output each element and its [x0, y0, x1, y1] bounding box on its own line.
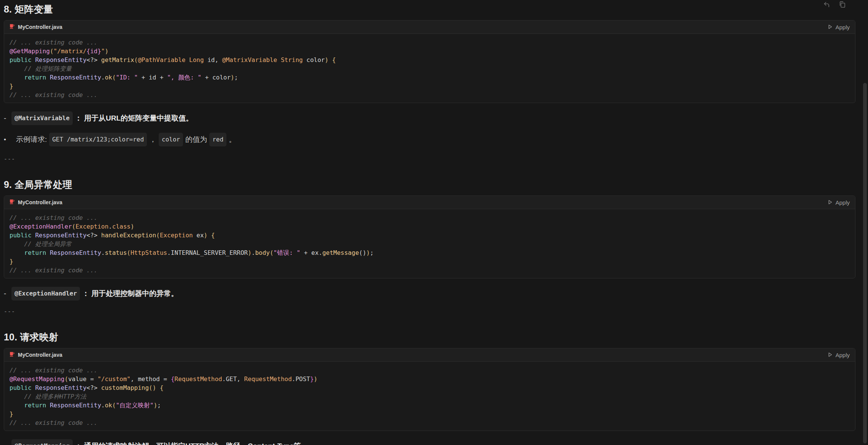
section-heading: 9. 全局异常处理 [4, 178, 860, 191]
play-outline-icon [828, 24, 833, 30]
code-line: // ... existing code ... [10, 213, 851, 222]
note-marker: • [4, 134, 6, 145]
code-block-header: MyController.javaApply [4, 196, 855, 209]
message-section: 10. 请求映射MyController.javaApply// ... exi… [4, 331, 860, 445]
inline-code: @MatrixVariable [11, 111, 73, 125]
note-marker: - [4, 288, 6, 299]
code-line: @GetMapping("/matrix/{id}") [10, 47, 851, 56]
code-line: return ResponseEntity.ok("自定义映射"); [10, 401, 851, 410]
code-line: @ExceptionHandler(Exception.class) [10, 222, 851, 231]
code-line: public ResponseEntity<?> getMatrix(@Path… [10, 56, 851, 64]
file-info: MyController.java [9, 23, 62, 31]
code-line: public ResponseEntity<?> customMapping()… [10, 383, 851, 392]
inline-code: @ExceptionHandler [11, 287, 80, 300]
play-outline-icon [828, 199, 833, 206]
inline-code: red [209, 133, 226, 146]
file-name: MyController.java [18, 24, 62, 30]
code-line: } [10, 257, 851, 266]
note-line: -@ExceptionHandler： 用于处理控制器中的异常。 [4, 287, 860, 300]
copy-icon[interactable] [839, 1, 846, 8]
note-text: ， [149, 134, 156, 145]
note-line: •示例请求: GET /matrix/123;color=red，color 的… [4, 133, 860, 146]
file-info: MyController.java [9, 199, 62, 206]
code-line: // ... existing code ... [10, 91, 851, 99]
apply-label: Apply [835, 199, 850, 206]
message-section: 9. 全局异常处理MyController.javaApply// ... ex… [4, 178, 860, 315]
apply-label: Apply [835, 24, 850, 30]
code-line: // ... existing code ... [10, 38, 851, 47]
section-heading: 8. 矩阵变量 [4, 3, 860, 16]
message-section: 8. 矩阵变量MyController.javaApply// ... exis… [4, 3, 860, 162]
code-line: return ResponseEntity.status(HttpStatus.… [10, 248, 851, 257]
note-marker: - [4, 440, 6, 445]
java-file-icon [9, 199, 15, 206]
code-block: MyController.javaApply// ... existing co… [4, 195, 855, 278]
inline-code: color [159, 133, 183, 146]
apply-button[interactable]: Apply [828, 352, 850, 358]
code-line: } [10, 410, 851, 418]
note-line: -@RequestMapping： 通用的请求映射注解，可以指定HTTP方法、路… [4, 439, 860, 445]
note-line: -@MatrixVariable： 用于从URL的矩阵变量中提取值。 [4, 111, 860, 125]
note-bold-text: ： 用于从URL的矩阵变量中提取值。 [75, 113, 193, 124]
inline-code: GET /matrix/123;color=red [49, 133, 147, 146]
note-text: 的值为 [185, 134, 207, 145]
code-body: // ... existing code ...@RequestMapping(… [4, 362, 855, 431]
code-body: // ... existing code ...@ExceptionHandle… [4, 209, 855, 278]
code-line: @RequestMapping(value = "/custom", metho… [10, 375, 851, 383]
play-outline-icon [828, 352, 833, 358]
code-line: // 处理矩阵变量 [10, 64, 851, 73]
code-line: public ResponseEntity<?> handleException… [10, 231, 851, 240]
markdown-divider: --- [4, 308, 860, 315]
apply-label: Apply [835, 352, 850, 358]
apply-button[interactable]: Apply [828, 199, 850, 206]
code-block-header: MyController.javaApply [4, 21, 855, 34]
code-line: // ... existing code ... [10, 418, 851, 427]
apply-button[interactable]: Apply [828, 24, 850, 30]
note-marker: - [4, 113, 6, 124]
section-heading: 10. 请求映射 [4, 331, 860, 343]
vertical-scrollbar-thumb[interactable] [863, 83, 867, 443]
file-name: MyController.java [18, 199, 62, 205]
java-file-icon [9, 351, 15, 359]
inline-code: @RequestMapping [11, 439, 73, 445]
code-body: // ... existing code ...@GetMapping("/ma… [4, 34, 855, 103]
file-name: MyController.java [18, 352, 62, 358]
undo-icon[interactable] [823, 1, 830, 8]
code-line: // ... existing code ... [10, 266, 851, 275]
note-text: 示例请求: [16, 134, 47, 145]
chat-content: 8. 矩阵变量MyController.javaApply// ... exis… [0, 0, 860, 445]
java-file-icon [9, 23, 15, 31]
note-bold-text: ： 用于处理控制器中的异常。 [82, 288, 178, 299]
code-line: // 处理全局异常 [10, 240, 851, 248]
markdown-divider: --- [4, 156, 860, 162]
note-bold-text: ： 通用的请求映射注解，可以指定HTTP方法、路径、Content-Type等。 [75, 440, 308, 445]
file-info: MyController.java [9, 351, 62, 359]
code-block: MyController.javaApply// ... existing co… [4, 348, 855, 431]
code-line: // ... existing code ... [10, 366, 851, 375]
top-toolbar [823, 1, 846, 8]
code-line: return ResponseEntity.ok("ID: " + id + "… [10, 73, 851, 82]
code-block: MyController.javaApply// ... existing co… [4, 20, 855, 103]
note-text: 。 [229, 134, 236, 145]
code-line: // 处理多种HTTP方法 [10, 392, 851, 401]
code-line: } [10, 82, 851, 91]
code-block-header: MyController.javaApply [4, 348, 855, 362]
